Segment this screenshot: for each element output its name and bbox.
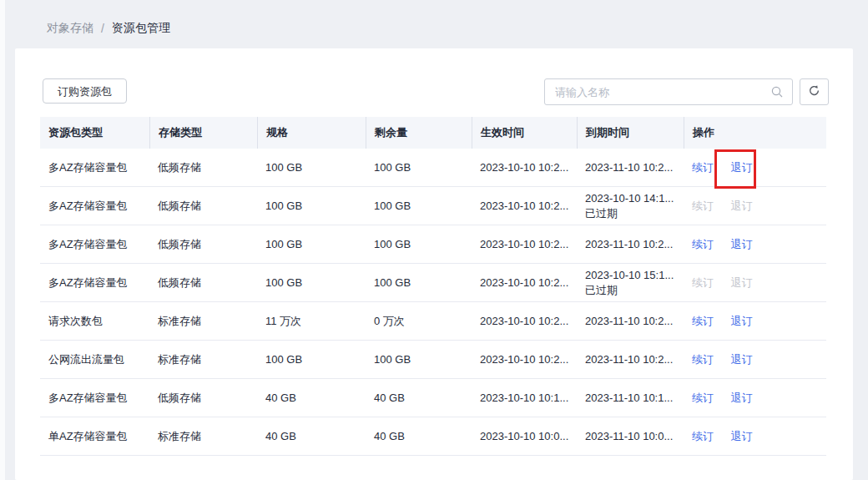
unsubscribe-link[interactable]: 退订 — [731, 430, 753, 442]
renew-link[interactable]: 续订 — [692, 430, 714, 442]
unsubscribe-link-disabled: 退订 — [731, 200, 753, 212]
cell-package-type: 多AZ存储容量包 — [40, 275, 149, 291]
resource-package-table: 资源包类型 存储类型 规格 剩余量 生效时间 到期时间 操作 多AZ存储容量包 … — [40, 117, 826, 456]
breadcrumb-separator: / — [101, 22, 104, 35]
col-header-spec: 规格 — [257, 117, 366, 149]
cell-package-type: 多AZ存储容量包 — [40, 391, 149, 406]
expired-badge: 已过期 — [585, 206, 684, 221]
col-header-expire-time: 到期时间 — [577, 117, 684, 149]
cell-effective-time: 2023-10-10 10:2... — [472, 161, 577, 174]
col-header-remaining: 剩余量 — [366, 117, 472, 149]
unsubscribe-link[interactable]: 退订 — [731, 161, 753, 174]
breadcrumb: 对象存储 / 资源包管理 — [47, 21, 170, 36]
refresh-icon — [808, 84, 820, 99]
table-row: 多AZ存储容量包 低频存储 100 GB 100 GB 2023-10-10 1… — [40, 225, 826, 264]
breadcrumb-resource-package: 资源包管理 — [112, 21, 170, 36]
cell-spec: 40 GB — [257, 392, 366, 404]
cell-package-type: 公网流出流量包 — [40, 352, 149, 367]
table-row: 多AZ存储容量包 低频存储 100 GB 100 GB 2023-10-10 1… — [40, 264, 826, 302]
unsubscribe-link-disabled: 退订 — [731, 276, 753, 289]
renew-link[interactable]: 续订 — [692, 353, 714, 366]
cell-operation: 续订 退订 — [684, 275, 826, 291]
unsubscribe-link[interactable]: 退订 — [731, 315, 753, 327]
cell-remaining: 100 GB — [366, 238, 472, 250]
cell-effective-time: 2023-10-10 10:2... — [472, 315, 577, 327]
cell-effective-time: 2023-10-10 10:2... — [472, 353, 577, 366]
cell-operation: 续订 退订 — [684, 352, 826, 367]
unsubscribe-link[interactable]: 退订 — [731, 238, 753, 250]
cell-storage-type: 标准存储 — [149, 352, 257, 367]
cell-expire-time: 2023-11-10 10:2... — [577, 315, 684, 327]
cell-spec: 11 万次 — [257, 314, 366, 329]
table-row: 多AZ存储容量包 低频存储 100 GB 100 GB 2023-10-10 1… — [40, 149, 826, 187]
refresh-button[interactable] — [800, 78, 829, 105]
renew-link-disabled: 续订 — [692, 200, 714, 212]
expired-badge: 已过期 — [585, 283, 684, 298]
renew-link[interactable]: 续订 — [692, 392, 714, 404]
magnifier-icon[interactable] — [770, 85, 784, 99]
cell-package-type: 单AZ存储容量包 — [40, 429, 149, 444]
cell-spec: 100 GB — [257, 353, 366, 366]
cell-expire-time: 2023-11-10 10:1... — [577, 392, 684, 404]
cell-expire-time: 2023-10-10 15:1... 已过期 — [577, 268, 684, 298]
cell-effective-time: 2023-10-10 10:2... — [472, 238, 577, 250]
cell-storage-type: 低频存储 — [149, 199, 257, 214]
cell-remaining: 0 万次 — [366, 314, 472, 329]
cell-package-type: 请求次数包 — [40, 314, 149, 329]
cell-operation: 续订 退订 — [684, 237, 826, 252]
cell-spec: 100 GB — [257, 161, 366, 174]
col-header-effective-time: 生效时间 — [472, 117, 577, 149]
expire-date: 2023-10-10 14:1... — [585, 191, 684, 206]
cell-spec: 40 GB — [257, 430, 366, 442]
table-row: 公网流出流量包 标准存储 100 GB 100 GB 2023-10-10 10… — [40, 341, 826, 379]
cell-effective-time: 2023-10-10 10:2... — [472, 200, 577, 212]
expire-date: 2023-10-10 15:1... — [585, 268, 684, 283]
cell-storage-type: 低频存储 — [149, 275, 257, 291]
breadcrumb-object-storage[interactable]: 对象存储 — [47, 21, 93, 36]
cell-operation: 续订 退订 — [684, 160, 826, 175]
cell-expire-time: 2023-11-10 10:2... — [577, 353, 684, 366]
renew-link[interactable]: 续订 — [692, 161, 714, 174]
renew-link[interactable]: 续订 — [692, 238, 714, 250]
unsubscribe-link[interactable]: 退订 — [731, 353, 753, 366]
cell-storage-type: 低频存储 — [149, 160, 257, 175]
content-card: 订购资源包 资源包类型 存储类型 规格 剩余量 生效时间 到期时间 操作 — [15, 48, 853, 480]
col-header-package-type: 资源包类型 — [40, 117, 149, 149]
search-box — [544, 78, 793, 105]
table-row: 多AZ存储容量包 低频存储 40 GB 40 GB 2023-10-10 10:… — [40, 379, 826, 417]
cell-remaining: 40 GB — [366, 430, 472, 442]
sidebar-edge-strip — [0, 0, 5, 480]
cell-package-type: 多AZ存储容量包 — [40, 160, 149, 175]
cell-package-type: 多AZ存储容量包 — [40, 199, 149, 214]
renew-link[interactable]: 续订 — [692, 315, 714, 327]
cell-remaining: 100 GB — [366, 276, 472, 289]
search-input[interactable] — [545, 79, 792, 104]
cell-operation: 续订 退订 — [684, 391, 826, 406]
cell-remaining: 100 GB — [366, 161, 472, 174]
cell-storage-type: 标准存储 — [149, 314, 257, 329]
cell-effective-time: 2023-10-10 10:0... — [472, 430, 577, 442]
cell-spec: 100 GB — [257, 238, 366, 250]
table-row: 单AZ存储容量包 标准存储 40 GB 40 GB 2023-10-10 10:… — [40, 417, 826, 456]
table-row: 多AZ存储容量包 低频存储 100 GB 100 GB 2023-10-10 1… — [40, 187, 826, 225]
cell-expire-time: 2023-11-10 10:0... — [577, 430, 684, 442]
unsubscribe-link[interactable]: 退订 — [731, 392, 753, 404]
cell-operation: 续订 退订 — [684, 199, 826, 214]
cell-storage-type: 低频存储 — [149, 237, 257, 252]
cell-remaining: 100 GB — [366, 200, 472, 212]
renew-link-disabled: 续订 — [692, 276, 714, 289]
cell-expire-time: 2023-10-10 14:1... 已过期 — [577, 191, 684, 221]
order-resource-package-button[interactable]: 订购资源包 — [43, 78, 127, 104]
col-header-operation: 操作 — [684, 117, 826, 149]
cell-spec: 100 GB — [257, 200, 366, 212]
cell-expire-time: 2023-11-10 10:2... — [577, 161, 684, 174]
cell-storage-type: 低频存储 — [149, 391, 257, 406]
cell-operation: 续订 退订 — [684, 429, 826, 444]
cell-package-type: 多AZ存储容量包 — [40, 237, 149, 252]
cell-expire-time: 2023-11-10 10:2... — [577, 238, 684, 250]
col-header-storage-type: 存储类型 — [149, 117, 257, 149]
cell-effective-time: 2023-10-10 10:2... — [472, 276, 577, 289]
cell-operation: 续订 退订 — [684, 314, 826, 329]
cell-effective-time: 2023-10-10 10:1... — [472, 392, 577, 404]
cell-spec: 100 GB — [257, 276, 366, 289]
